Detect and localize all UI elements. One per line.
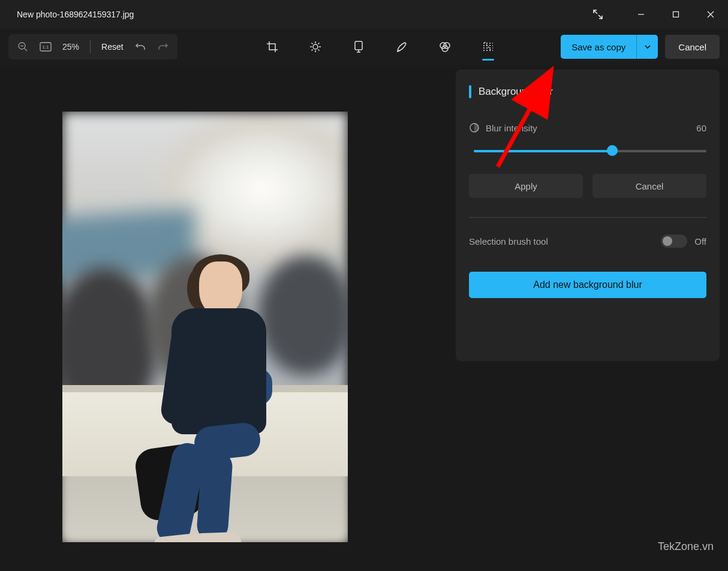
zoom-group: 1:1 25% Reset [8, 34, 178, 59]
apply-button[interactable]: Apply [469, 174, 583, 198]
panel-accent [469, 85, 471, 98]
toolbar: 1:1 25% Reset [0, 29, 728, 65]
filter-tab[interactable] [348, 33, 369, 61]
edit-tabs [261, 33, 499, 61]
add-background-blur-button[interactable]: Add new background blur [469, 272, 706, 298]
redo-icon[interactable] [157, 41, 169, 53]
zoom-value[interactable]: 25% [62, 42, 79, 52]
adjust-tab[interactable] [305, 33, 326, 61]
divider [469, 217, 706, 218]
watermark: TekZone.vn [658, 540, 714, 553]
reset-button[interactable]: Reset [101, 42, 124, 52]
titlebar: New photo-1689624159317.jpg [0, 0, 728, 29]
cancel-button[interactable]: Cancel [665, 35, 720, 59]
canvas-area[interactable] [0, 65, 456, 571]
panel-title: Background blur [479, 86, 553, 98]
blur-intensity-value: 60 [696, 123, 706, 133]
svg-line-3 [25, 49, 27, 51]
zoom-out-icon[interactable] [17, 41, 29, 53]
svg-text:1:1: 1:1 [42, 44, 49, 50]
background-blur-panel: Background blur Blur intensity 60 Apply … [456, 70, 720, 361]
maximize-button[interactable] [658, 0, 693, 29]
fullscreen-icon[interactable] [584, 1, 612, 28]
blur-intensity-label: Blur intensity [486, 123, 537, 133]
crop-tab[interactable] [261, 33, 283, 61]
retouch-tab[interactable] [434, 33, 456, 61]
minimize-button[interactable] [624, 0, 658, 29]
blur-icon [469, 122, 480, 133]
main: Background blur Blur intensity 60 Apply … [0, 65, 728, 571]
save-dropdown-button[interactable] [636, 35, 658, 59]
file-title: New photo-1689624159317.jpg [17, 10, 134, 19]
background-blur-tab[interactable] [477, 33, 499, 61]
fit-icon[interactable]: 1:1 [40, 41, 52, 53]
photo-preview [62, 112, 348, 542]
svg-rect-8 [355, 41, 362, 50]
selection-brush-toggle[interactable] [661, 235, 687, 248]
panel-cancel-button[interactable]: Cancel [592, 174, 706, 198]
toggle-state: Off [694, 236, 706, 247]
close-button[interactable] [693, 0, 728, 29]
undo-icon[interactable] [134, 41, 146, 53]
divider [90, 40, 91, 53]
selection-brush-label: Selection brush tool [469, 236, 548, 247]
save-as-copy-button[interactable]: Save as copy [561, 35, 636, 59]
svg-point-7 [313, 44, 318, 49]
blur-intensity-slider[interactable] [469, 145, 706, 157]
markup-tab[interactable] [391, 33, 413, 61]
save-as-copy-group: Save as copy [561, 35, 658, 59]
svg-rect-1 [673, 12, 679, 17]
